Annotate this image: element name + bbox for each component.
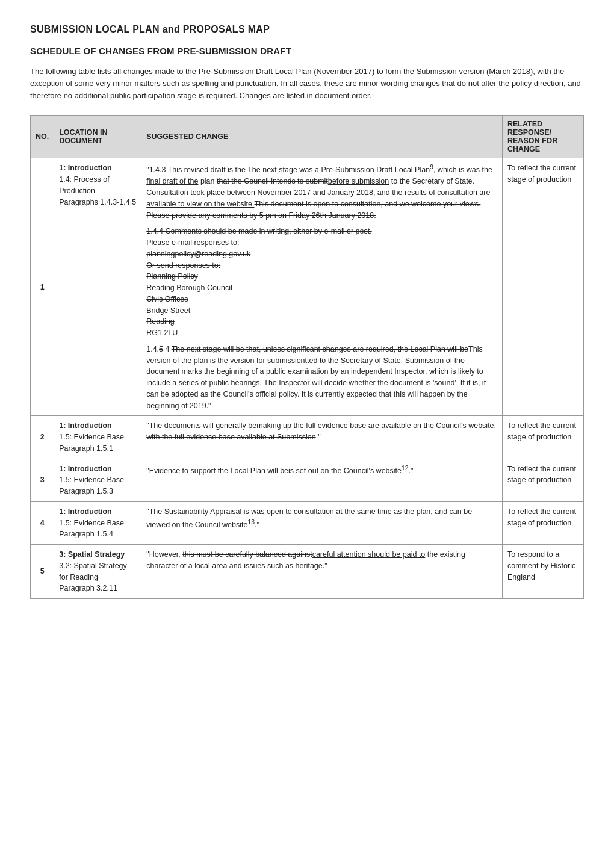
row-related-response: To reflect the current stage of producti… (503, 158, 584, 416)
row-number: 1 (31, 158, 54, 416)
row-location: 1: Introduction 1.4: Process of Producti… (54, 158, 141, 416)
row-suggested-change: "The Sustainability Appraisal is was ope… (141, 501, 503, 544)
col-header-related: RELATED RESPONSE/ REASON FOR CHANGE (503, 116, 584, 158)
table-row: 1 1: Introduction 1.4: Process of Produc… (31, 158, 584, 416)
col-header-location: LOCATION IN DOCUMENT (54, 116, 141, 158)
table-row: 4 1: Introduction 1.5: Evidence Base Par… (31, 501, 584, 544)
table-row: 3 1: Introduction 1.5: Evidence Base Par… (31, 459, 584, 501)
page-subtitle: SCHEDULE OF CHANGES FROM PRE-SUBMISSION … (30, 46, 584, 56)
row-suggested-change: "1.4.3 This revised draft is the The nex… (141, 158, 503, 416)
row-location: 1: Introduction 1.5: Evidence Base Parag… (54, 416, 141, 459)
row-number: 4 (31, 501, 54, 544)
changes-table: NO. LOCATION IN DOCUMENT SUGGESTED CHANG… (30, 115, 584, 599)
row-related-response: To respond to a comment by Historic Engl… (503, 545, 584, 599)
row-location: 3: Spatial Strategy 3.2: Spatial Strateg… (54, 545, 141, 599)
table-row: 2 1: Introduction 1.5: Evidence Base Par… (31, 416, 584, 459)
row-suggested-change: "However, this must be carefully balance… (141, 545, 503, 599)
row-suggested-change: "The documents will generally bemaking u… (141, 416, 503, 459)
row-related-response: To reflect the current stage of producti… (503, 501, 584, 544)
row-number: 5 (31, 545, 54, 599)
col-header-no: NO. (31, 116, 54, 158)
row-location: 1: Introduction 1.5: Evidence Base Parag… (54, 501, 141, 544)
table-row: 5 3: Spatial Strategy 3.2: Spatial Strat… (31, 545, 584, 599)
row-number: 3 (31, 459, 54, 501)
page-title: SUBMISSION LOCAL PLAN and PROPOSALS MAP (30, 24, 584, 35)
row-suggested-change: "Evidence to support the Local Plan will… (141, 459, 503, 501)
col-header-suggested: SUGGESTED CHANGE (141, 116, 503, 158)
row-related-response: To reflect the current stage of producti… (503, 459, 584, 501)
row-location: 1: Introduction 1.5: Evidence Base Parag… (54, 459, 141, 501)
row-related-response: To reflect the current stage of producti… (503, 416, 584, 459)
intro-paragraph: The following table lists all changes ma… (30, 66, 584, 102)
row-number: 2 (31, 416, 54, 459)
